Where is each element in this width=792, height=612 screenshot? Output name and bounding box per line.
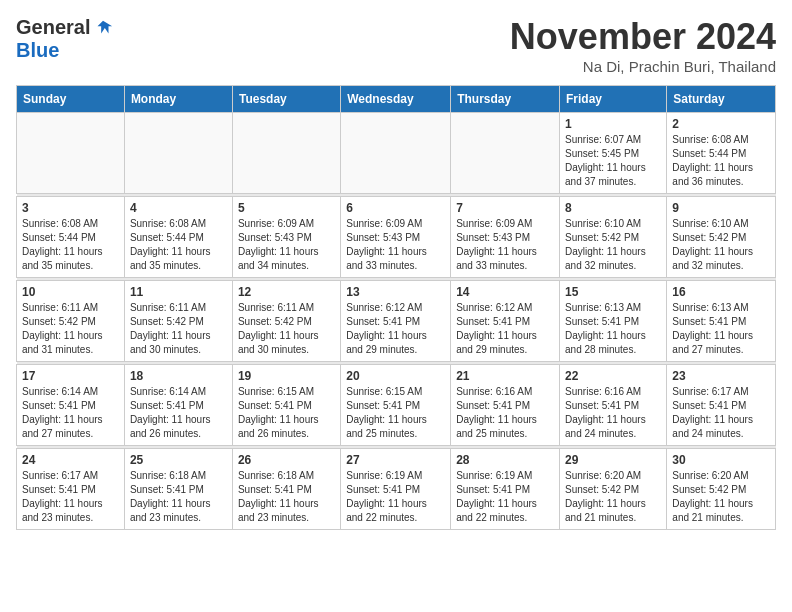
day-number: 12: [238, 285, 335, 299]
calendar-header-friday: Friday: [560, 86, 667, 113]
calendar-week-2: 3Sunrise: 6:08 AM Sunset: 5:44 PM Daylig…: [17, 197, 776, 278]
calendar-header-tuesday: Tuesday: [232, 86, 340, 113]
calendar-cell: 23Sunrise: 6:17 AM Sunset: 5:41 PM Dayli…: [667, 365, 776, 446]
day-info: Sunrise: 6:19 AM Sunset: 5:41 PM Dayligh…: [456, 469, 554, 525]
calendar-cell: 21Sunrise: 6:16 AM Sunset: 5:41 PM Dayli…: [451, 365, 560, 446]
calendar-cell: 16Sunrise: 6:13 AM Sunset: 5:41 PM Dayli…: [667, 281, 776, 362]
day-number: 28: [456, 453, 554, 467]
day-info: Sunrise: 6:13 AM Sunset: 5:41 PM Dayligh…: [565, 301, 661, 357]
calendar-header-saturday: Saturday: [667, 86, 776, 113]
day-info: Sunrise: 6:11 AM Sunset: 5:42 PM Dayligh…: [22, 301, 119, 357]
day-info: Sunrise: 6:12 AM Sunset: 5:41 PM Dayligh…: [456, 301, 554, 357]
day-info: Sunrise: 6:10 AM Sunset: 5:42 PM Dayligh…: [565, 217, 661, 273]
day-number: 15: [565, 285, 661, 299]
day-info: Sunrise: 6:15 AM Sunset: 5:41 PM Dayligh…: [346, 385, 445, 441]
calendar-week-5: 24Sunrise: 6:17 AM Sunset: 5:41 PM Dayli…: [17, 449, 776, 530]
calendar-cell: [17, 113, 125, 194]
calendar-header-thursday: Thursday: [451, 86, 560, 113]
day-number: 26: [238, 453, 335, 467]
day-number: 4: [130, 201, 227, 215]
calendar-cell: 18Sunrise: 6:14 AM Sunset: 5:41 PM Dayli…: [124, 365, 232, 446]
day-number: 16: [672, 285, 770, 299]
calendar-week-4: 17Sunrise: 6:14 AM Sunset: 5:41 PM Dayli…: [17, 365, 776, 446]
day-info: Sunrise: 6:14 AM Sunset: 5:41 PM Dayligh…: [22, 385, 119, 441]
calendar-table: SundayMondayTuesdayWednesdayThursdayFrid…: [16, 85, 776, 530]
calendar-cell: 27Sunrise: 6:19 AM Sunset: 5:41 PM Dayli…: [341, 449, 451, 530]
logo: General Blue: [16, 16, 114, 62]
day-info: Sunrise: 6:17 AM Sunset: 5:41 PM Dayligh…: [22, 469, 119, 525]
day-info: Sunrise: 6:08 AM Sunset: 5:44 PM Dayligh…: [22, 217, 119, 273]
calendar-header-row: SundayMondayTuesdayWednesdayThursdayFrid…: [17, 86, 776, 113]
calendar-cell: 22Sunrise: 6:16 AM Sunset: 5:41 PM Dayli…: [560, 365, 667, 446]
month-title: November 2024: [510, 16, 776, 58]
calendar-header-sunday: Sunday: [17, 86, 125, 113]
calendar-cell: [124, 113, 232, 194]
day-number: 11: [130, 285, 227, 299]
day-info: Sunrise: 6:11 AM Sunset: 5:42 PM Dayligh…: [130, 301, 227, 357]
day-info: Sunrise: 6:13 AM Sunset: 5:41 PM Dayligh…: [672, 301, 770, 357]
day-info: Sunrise: 6:09 AM Sunset: 5:43 PM Dayligh…: [238, 217, 335, 273]
logo-blue-text: Blue: [16, 39, 59, 62]
calendar-cell: 2Sunrise: 6:08 AM Sunset: 5:44 PM Daylig…: [667, 113, 776, 194]
title-block: November 2024 Na Di, Prachin Buri, Thail…: [510, 16, 776, 75]
calendar-cell: 17Sunrise: 6:14 AM Sunset: 5:41 PM Dayli…: [17, 365, 125, 446]
calendar-cell: [232, 113, 340, 194]
calendar-cell: 24Sunrise: 6:17 AM Sunset: 5:41 PM Dayli…: [17, 449, 125, 530]
calendar-cell: 15Sunrise: 6:13 AM Sunset: 5:41 PM Dayli…: [560, 281, 667, 362]
calendar-header-wednesday: Wednesday: [341, 86, 451, 113]
day-number: 10: [22, 285, 119, 299]
day-number: 13: [346, 285, 445, 299]
calendar-cell: 30Sunrise: 6:20 AM Sunset: 5:42 PM Dayli…: [667, 449, 776, 530]
day-info: Sunrise: 6:20 AM Sunset: 5:42 PM Dayligh…: [565, 469, 661, 525]
calendar-week-1: 1Sunrise: 6:07 AM Sunset: 5:45 PM Daylig…: [17, 113, 776, 194]
day-info: Sunrise: 6:08 AM Sunset: 5:44 PM Dayligh…: [672, 133, 770, 189]
day-number: 17: [22, 369, 119, 383]
day-info: Sunrise: 6:20 AM Sunset: 5:42 PM Dayligh…: [672, 469, 770, 525]
day-info: Sunrise: 6:09 AM Sunset: 5:43 PM Dayligh…: [456, 217, 554, 273]
calendar-cell: [341, 113, 451, 194]
day-number: 7: [456, 201, 554, 215]
calendar-cell: 7Sunrise: 6:09 AM Sunset: 5:43 PM Daylig…: [451, 197, 560, 278]
day-number: 25: [130, 453, 227, 467]
calendar-cell: 19Sunrise: 6:15 AM Sunset: 5:41 PM Dayli…: [232, 365, 340, 446]
day-info: Sunrise: 6:16 AM Sunset: 5:41 PM Dayligh…: [565, 385, 661, 441]
calendar-cell: 14Sunrise: 6:12 AM Sunset: 5:41 PM Dayli…: [451, 281, 560, 362]
calendar-cell: 8Sunrise: 6:10 AM Sunset: 5:42 PM Daylig…: [560, 197, 667, 278]
calendar-cell: 13Sunrise: 6:12 AM Sunset: 5:41 PM Dayli…: [341, 281, 451, 362]
day-info: Sunrise: 6:10 AM Sunset: 5:42 PM Dayligh…: [672, 217, 770, 273]
calendar-cell: 11Sunrise: 6:11 AM Sunset: 5:42 PM Dayli…: [124, 281, 232, 362]
day-number: 22: [565, 369, 661, 383]
calendar-header-monday: Monday: [124, 86, 232, 113]
day-number: 29: [565, 453, 661, 467]
day-number: 14: [456, 285, 554, 299]
day-number: 24: [22, 453, 119, 467]
logo-bird-icon: [92, 17, 114, 39]
calendar-cell: 1Sunrise: 6:07 AM Sunset: 5:45 PM Daylig…: [560, 113, 667, 194]
day-info: Sunrise: 6:08 AM Sunset: 5:44 PM Dayligh…: [130, 217, 227, 273]
day-number: 6: [346, 201, 445, 215]
day-info: Sunrise: 6:09 AM Sunset: 5:43 PM Dayligh…: [346, 217, 445, 273]
calendar-cell: 3Sunrise: 6:08 AM Sunset: 5:44 PM Daylig…: [17, 197, 125, 278]
day-number: 9: [672, 201, 770, 215]
calendar-cell: 29Sunrise: 6:20 AM Sunset: 5:42 PM Dayli…: [560, 449, 667, 530]
day-info: Sunrise: 6:15 AM Sunset: 5:41 PM Dayligh…: [238, 385, 335, 441]
calendar-cell: [451, 113, 560, 194]
calendar-cell: 25Sunrise: 6:18 AM Sunset: 5:41 PM Dayli…: [124, 449, 232, 530]
day-number: 3: [22, 201, 119, 215]
day-number: 1: [565, 117, 661, 131]
location-text: Na Di, Prachin Buri, Thailand: [510, 58, 776, 75]
day-info: Sunrise: 6:07 AM Sunset: 5:45 PM Dayligh…: [565, 133, 661, 189]
calendar-cell: 10Sunrise: 6:11 AM Sunset: 5:42 PM Dayli…: [17, 281, 125, 362]
calendar-cell: 5Sunrise: 6:09 AM Sunset: 5:43 PM Daylig…: [232, 197, 340, 278]
day-number: 23: [672, 369, 770, 383]
calendar-week-3: 10Sunrise: 6:11 AM Sunset: 5:42 PM Dayli…: [17, 281, 776, 362]
page-header: General Blue November 2024 Na Di, Prachi…: [16, 16, 776, 75]
calendar-cell: 12Sunrise: 6:11 AM Sunset: 5:42 PM Dayli…: [232, 281, 340, 362]
calendar-cell: 9Sunrise: 6:10 AM Sunset: 5:42 PM Daylig…: [667, 197, 776, 278]
calendar-cell: 4Sunrise: 6:08 AM Sunset: 5:44 PM Daylig…: [124, 197, 232, 278]
svg-marker-0: [98, 20, 113, 33]
day-number: 21: [456, 369, 554, 383]
day-info: Sunrise: 6:19 AM Sunset: 5:41 PM Dayligh…: [346, 469, 445, 525]
day-info: Sunrise: 6:11 AM Sunset: 5:42 PM Dayligh…: [238, 301, 335, 357]
calendar-cell: 20Sunrise: 6:15 AM Sunset: 5:41 PM Dayli…: [341, 365, 451, 446]
